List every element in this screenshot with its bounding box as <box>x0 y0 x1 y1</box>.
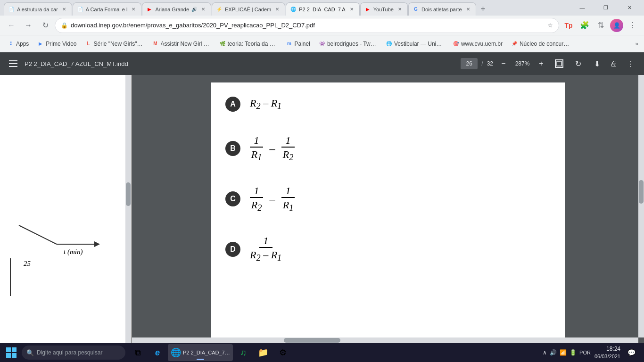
taskview-icon: ⧉ <box>135 348 141 358</box>
bookmark-newgirls-label: Série "New Girls" o... <box>94 41 144 47</box>
bookmark-newgirls[interactable]: L Série "New Girls" o... <box>82 39 148 49</box>
pdf-app-icon: 🌐 <box>171 347 181 358</box>
option-d: D 1 R2 – R1 <box>225 236 551 263</box>
tab-4-close[interactable]: ✕ <box>273 6 281 13</box>
bottom-scrollbar-thumb <box>284 338 340 343</box>
svg-rect-10 <box>12 347 17 352</box>
right-scrollbar-track[interactable] <box>638 75 644 337</box>
reload-button[interactable]: ↻ <box>38 18 53 33</box>
tab-6-close[interactable]: ✕ <box>396 6 404 13</box>
option-a: A R2 – R1 <box>225 97 551 112</box>
taskbar-settings-button[interactable]: ⚙ <box>273 344 292 361</box>
bookmark-assistir-label: Assistir New Girl To... <box>161 41 211 47</box>
chrome-menu-button[interactable]: ⋮ <box>625 18 640 33</box>
bookmark-assistir[interactable]: M Assistir New Girl To... <box>149 39 215 49</box>
systray-caret[interactable]: ∧ <box>543 349 547 356</box>
taskbar-spotify-button[interactable]: ♫ <box>234 344 253 361</box>
systray-language[interactable]: POR <box>579 350 591 355</box>
bookmark-teoria[interactable]: 🌿 teoria: Teoria da M... <box>215 39 281 49</box>
bookmark-painel[interactable]: m Painel <box>282 39 314 49</box>
bookmark-teoria-label: teoria: Teoria da M... <box>228 41 278 47</box>
left-panel-scrollbar-thumb <box>126 182 131 206</box>
bookmark-cvu[interactable]: 🎯 www.cvu.uem.br <box>449 39 506 49</box>
tab-3-audio-icon: 🔊 <box>191 7 197 12</box>
address-text: download.inep.gov.br/enem/provas_e_gabar… <box>71 22 545 29</box>
tab-3[interactable]: ▶ Ariana Grande 🔊 ✕ <box>142 2 211 16</box>
systray-network-icon[interactable]: 📶 <box>560 349 567 356</box>
svg-rect-1 <box>9 63 17 64</box>
taskbar-files-button[interactable]: 📁 <box>254 344 272 361</box>
taskbar-taskview-button[interactable]: ⧉ <box>128 344 147 361</box>
new-tab-button[interactable]: + <box>477 2 490 16</box>
tab-5-active[interactable]: 🌐 P2 2_DIA_CAD_7 A ✕ <box>286 2 359 16</box>
start-button[interactable] <box>2 344 21 361</box>
option-a-formula: R2 – R1 <box>250 97 281 111</box>
tab-2-close[interactable]: ✕ <box>130 6 137 13</box>
option-c-frac1: 1 R2 <box>250 186 263 213</box>
back-button[interactable]: ← <box>4 18 19 33</box>
option-d-formula: 1 R2 – R1 <box>250 236 281 263</box>
pdf-zoom-value: 287% <box>513 60 532 67</box>
option-d-num: 1 <box>259 236 272 248</box>
graph-arrow-svg <box>9 221 104 249</box>
pdf-zoom-in-button[interactable]: + <box>535 57 548 70</box>
pdf-menu-button[interactable] <box>6 56 21 71</box>
pdf-zoom-out-button[interactable]: − <box>497 57 510 70</box>
pdf-page-total: 32 <box>487 60 493 67</box>
bookmark-star-icon[interactable]: ☆ <box>547 22 553 29</box>
pdf-print-button[interactable]: 🖨 <box>606 56 621 71</box>
option-b-num2: 1 <box>281 135 295 148</box>
tab-7[interactable]: G Dois atletas parte ✕ <box>408 2 476 16</box>
tab-3-close[interactable]: ✕ <box>199 6 207 13</box>
files-icon: 📁 <box>258 347 268 358</box>
tab-1-close[interactable]: ✕ <box>60 6 68 13</box>
extensions-button[interactable]: 🧩 <box>577 18 592 33</box>
taskbar-search-placeholder: Digite aqui para pesquisar <box>37 349 102 356</box>
taskbar: 🔍 Digite aqui para pesquisar ⧉ e 🌐 P2 2_… <box>0 343 644 362</box>
tab-4[interactable]: ⚡ EXPLICAÊ | Cadem ✕ <box>212 2 285 16</box>
address-bar[interactable]: 🔒 download.inep.gov.br/enem/provas_e_gab… <box>55 18 559 33</box>
option-c-circle: C <box>225 191 240 206</box>
close-button[interactable]: ✕ <box>619 0 640 16</box>
option-b-minus: – <box>270 142 275 155</box>
option-c: C 1 R2 – 1 R1 <box>225 186 551 213</box>
systray-volume-icon[interactable]: 🔊 <box>550 349 557 356</box>
tabs-row: 📄 A estrutura da car ✕ 📄 A Carta Formal … <box>4 0 568 16</box>
pdf-rotate-button[interactable]: ↻ <box>570 56 586 71</box>
bookmark-twitch[interactable]: 👾 belrodrigues - Twitch <box>315 39 381 49</box>
taskbar-clock[interactable]: 18:24 06/03/2021 <box>594 345 620 360</box>
tp-button[interactable]: Tp <box>561 18 576 33</box>
taskbar-edge-button[interactable]: e <box>148 344 167 361</box>
pdf-fit-page-button[interactable] <box>552 56 567 71</box>
tab-6[interactable]: ▶ YouTube ✕ <box>360 2 408 16</box>
taskbar-notification-button[interactable]: 💬 <box>624 344 638 361</box>
sync-button[interactable]: ⇅ <box>593 18 608 33</box>
bookmark-vestibular[interactable]: 🌐 Vestibular — Univer... <box>382 39 448 49</box>
minimize-button[interactable]: — <box>571 0 593 16</box>
taskbar-search-bar[interactable]: 🔍 Digite aqui para pesquisar <box>22 346 125 360</box>
systray-battery-icon[interactable]: 🔋 <box>570 349 577 356</box>
pdf-page-input[interactable] <box>461 58 478 69</box>
pdf-more-button[interactable]: ⋮ <box>623 56 638 71</box>
taskbar-pdf-button[interactable]: 🌐 P2 2_DIA_CAD_7 A... <box>168 344 233 361</box>
maximize-button[interactable]: ❐ <box>595 0 617 16</box>
hamburger-icon <box>9 60 17 67</box>
left-panel-scrollbar[interactable] <box>125 75 131 343</box>
profile-avatar: 👤 <box>610 19 623 32</box>
tab-7-close[interactable]: ✕ <box>464 6 472 13</box>
bookmark-apps[interactable]: ⠿ Apps <box>4 39 33 49</box>
profile-button[interactable]: 👤 <box>609 18 624 33</box>
bookmark-prime-label: Prime Video <box>46 41 76 47</box>
more-bookmarks-button[interactable]: » <box>633 39 640 49</box>
window-controls: — ❐ ✕ <box>571 0 640 16</box>
bottom-scrollbar-track[interactable] <box>132 337 638 343</box>
bookmark-nucleo[interactable]: 📌 Núcleo de concurs... <box>507 39 573 49</box>
tab-5-close[interactable]: ✕ <box>348 6 355 13</box>
bookmark-prime[interactable]: ▶ Prime Video <box>33 39 80 49</box>
tab-1[interactable]: 📄 A estrutura da car ✕ <box>4 2 72 16</box>
bookmarks-bar: ⠿ Apps ▶ Prime Video L Série "New Girls"… <box>0 35 644 52</box>
pdf-download-button[interactable]: ⬇ <box>589 56 604 71</box>
forward-button[interactable]: → <box>21 18 36 33</box>
pdf-page: A R2 – R1 B 1 R1 – 1 <box>211 82 565 343</box>
tab-2[interactable]: 📄 A Carta Formal e l ✕ <box>73 2 142 16</box>
